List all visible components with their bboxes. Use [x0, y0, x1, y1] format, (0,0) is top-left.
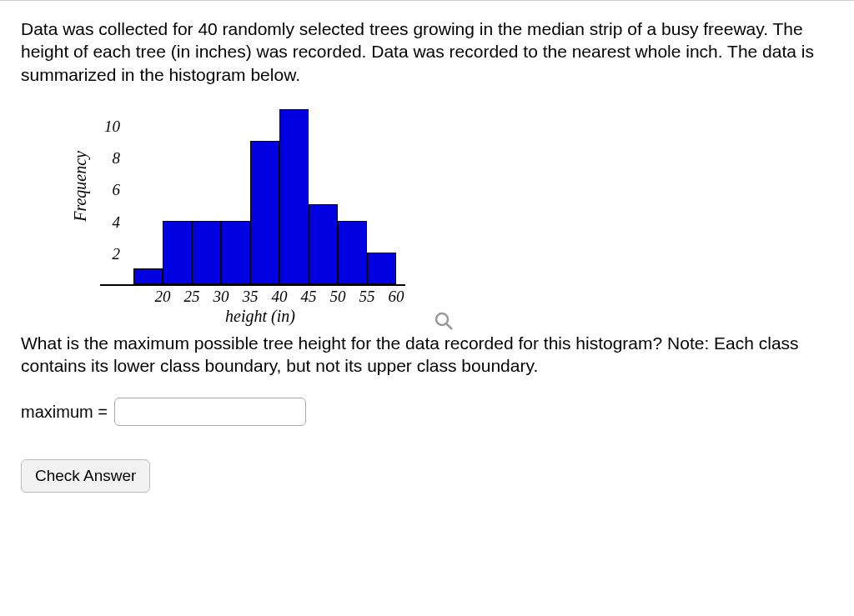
- histogram-bar: [367, 253, 396, 284]
- plot-area: 202530354045505560 height (in): [125, 111, 405, 286]
- histogram-chart: Frequency 108642 202530354045505560 heig…: [71, 111, 833, 286]
- y-tick-label: 4: [113, 214, 121, 231]
- problem-statement: Data was collected for 40 randomly selec…: [21, 18, 833, 86]
- x-tick-label: 20: [148, 288, 178, 306]
- axis-extension: [100, 284, 125, 286]
- answer-row: maximum =: [21, 398, 833, 426]
- problem-container: Data was collected for 40 randomly selec…: [0, 0, 854, 509]
- y-tick-label: 10: [104, 118, 120, 135]
- y-tick-label: 6: [113, 182, 121, 198]
- svg-point-0: [436, 313, 448, 325]
- y-tick-label: 8: [113, 150, 121, 167]
- histogram-bar: [309, 204, 338, 283]
- x-tick-label: 40: [265, 288, 294, 306]
- y-tick-label: 2: [113, 246, 121, 263]
- x-tick-label: 55: [353, 288, 382, 306]
- question-text: What is the maximum possible tree height…: [21, 332, 833, 378]
- histogram-bar: [250, 141, 279, 284]
- histogram-bar: [338, 221, 367, 284]
- x-tick-label: 50: [324, 288, 353, 306]
- answer-input[interactable]: [114, 398, 306, 426]
- x-tick-label: 45: [294, 288, 324, 306]
- x-tick-label: 25: [178, 288, 207, 306]
- y-axis-label: Frequency: [71, 151, 90, 222]
- x-axis-label: height (in): [225, 307, 295, 326]
- x-tick-label: 35: [236, 288, 265, 306]
- x-tick-label: 60: [382, 288, 411, 306]
- histogram-bar: [192, 221, 221, 284]
- svg-line-1: [446, 323, 452, 329]
- check-answer-button[interactable]: Check Answer: [21, 459, 150, 493]
- y-axis-ticks: 108642: [97, 111, 120, 286]
- histogram-bar: [163, 221, 192, 284]
- histogram-bars: [133, 111, 396, 284]
- magnify-icon[interactable]: [434, 311, 454, 331]
- answer-label: maximum =: [21, 403, 108, 422]
- histogram-bar: [133, 268, 163, 284]
- x-tick-label: 30: [207, 288, 236, 306]
- histogram-bar: [279, 109, 309, 284]
- histogram-bar: [221, 221, 250, 284]
